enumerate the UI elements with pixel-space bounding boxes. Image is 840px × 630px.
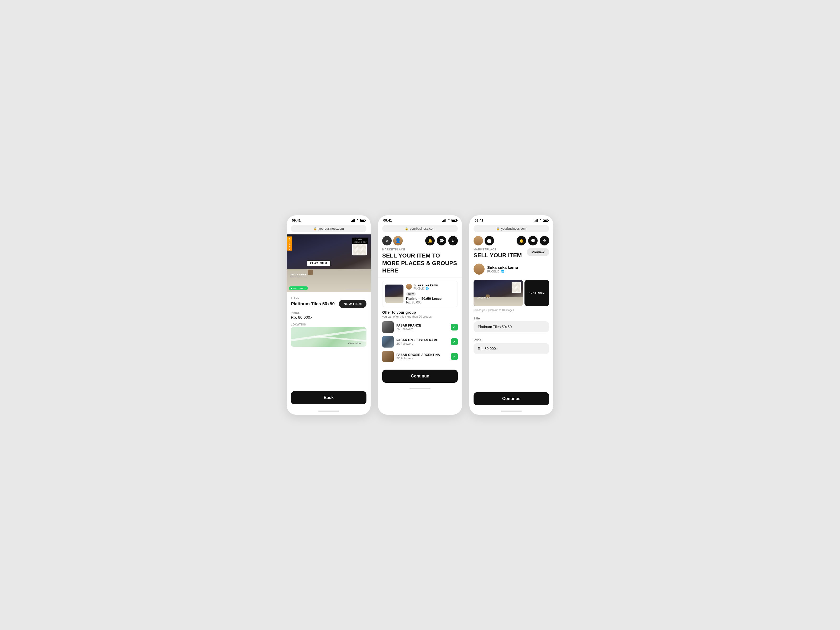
bell-icon-2: 🔔: [428, 238, 432, 243]
sukasuka-badge: SUKASUKA: [287, 237, 292, 251]
status-icons-1: ⌃: [351, 219, 365, 222]
sell-header-row: MARKETPLACE SELL YOUR ITEM Preview: [469, 248, 553, 261]
chat-button-2[interactable]: 💬: [437, 236, 446, 245]
nav-left-2: ✕ 👤: [382, 236, 403, 245]
group-name-0: PASAR FRANCE: [396, 324, 421, 327]
product-logo-image[interactable]: PLATINUM: [524, 280, 549, 306]
product-thumb-2: [385, 284, 403, 303]
form-title-label: Title: [474, 316, 549, 320]
group-thumb-france: [382, 321, 394, 333]
brand-logo-img: PLATINUM: [529, 292, 545, 294]
screen-3: 09:41 ⌃ 🔒 yourbusiness.com: [469, 215, 553, 415]
offer-subtitle: you can offer this more than 20 groups: [382, 315, 458, 318]
gear-icon-3: ⚙: [543, 238, 546, 243]
marketplace-title-2: SELL YOUR ITEM TO MORE PLACES & GROUPS H…: [382, 252, 458, 275]
group-item-1[interactable]: PASAR UZBEKISTAN RAME 2K Followers ✓: [382, 336, 458, 347]
product-title: Platinum Tiles 50x50: [291, 302, 335, 306]
card-product-title: Platinum 50x50 Lecce: [406, 297, 455, 300]
contact-badge: ● 0810000111000: [289, 286, 308, 290]
check-badge-2[interactable]: ✓: [451, 353, 458, 360]
status-icons-3: ⌃: [534, 219, 548, 222]
settings-button-2[interactable]: ⚙: [448, 236, 458, 245]
price-label: PRICE: [291, 312, 366, 314]
seller-meta-card: PUCBLIC 🌐: [414, 287, 438, 290]
notification-button-2[interactable]: 🔔: [425, 236, 435, 245]
user-avatar-2[interactable]: 👤: [393, 236, 403, 245]
bell-icon-3: 🔔: [519, 238, 524, 243]
battery-icon-2: [452, 219, 457, 222]
images-grid: LECCE GREY PLATINUM: [474, 280, 549, 306]
avatar-group-3: ⬤: [474, 236, 494, 245]
camera-icon-3: ⬤: [487, 238, 492, 243]
time-2: 09:41: [383, 218, 392, 222]
chat-button-3[interactable]: 💬: [528, 236, 538, 245]
group-thumb-uzbekistan: [382, 336, 394, 347]
form-price-label: Price: [474, 338, 549, 342]
form-title-input[interactable]: Platinum Tiles 50x50: [474, 321, 549, 332]
tile-card-size: 50X50 LECCE GREY: [354, 241, 366, 243]
gear-icon-2: ⚙: [452, 238, 455, 243]
screens-container: 09:41 ⌃ 🔒 yourbusiness.com: [287, 215, 553, 415]
check-icon-0: ✓: [453, 325, 456, 329]
scroll-indicator-1: [318, 411, 339, 412]
back-button[interactable]: Back: [291, 391, 366, 404]
battery-icon-3: [543, 219, 548, 222]
browser-bar-2[interactable]: 🔒 yourbusiness.com: [382, 225, 458, 232]
screen-1: 09:41 ⌃ 🔒 yourbusiness.com: [287, 215, 371, 415]
tile-card: PLATINUM 50X50 LECCE GREY: [352, 238, 368, 244]
user-avatar-3[interactable]: [474, 236, 483, 245]
time-3: 09:41: [475, 218, 483, 222]
wifi-icon-3: ⌃: [539, 219, 542, 222]
signal-icon-3: [534, 219, 538, 222]
check-icon-2: ✓: [453, 354, 456, 358]
wifi-icon-2: ⌃: [448, 219, 450, 222]
new-badge: NEW: [406, 292, 416, 296]
seller-name-card: Suka suka kamu: [414, 284, 438, 287]
close-icon: ✕: [385, 238, 389, 243]
close-button-2[interactable]: ✕: [382, 236, 392, 245]
group-followers-1: 2K Followers: [396, 342, 438, 345]
sell-label-3: MARKETPLACE: [474, 248, 522, 251]
lock-icon-2: 🔒: [405, 227, 409, 231]
upload-hint: upload your photo up to 10 images: [474, 309, 549, 312]
settings-button-3[interactable]: ⚙: [540, 236, 549, 245]
browser-bar-3[interactable]: 🔒 yourbusiness.com: [474, 225, 549, 232]
wifi-icon-1: ⌃: [356, 219, 359, 222]
nav-right-3: 🔔 💬 ⚙: [516, 236, 549, 245]
form-price-input[interactable]: Rp. 80.000,-: [474, 343, 549, 354]
nav-bar-2: ✕ 👤 🔔 💬 ⚙: [378, 234, 462, 248]
new-item-button[interactable]: NEW ITEM: [339, 300, 366, 308]
continue-button-3[interactable]: Continue: [474, 392, 549, 405]
seller-row: Suka suka kamu PUCBLIC 🌐: [406, 284, 455, 290]
url-3: yourbusiness.com: [501, 227, 527, 231]
chat-icon-3: 💬: [531, 238, 535, 243]
group-item-0[interactable]: PASAR FRANCE 2K Followers ✓: [382, 321, 458, 333]
seller-big-meta-3: PUCBLIC 🌐: [487, 270, 518, 273]
camera-button-3[interactable]: ⬤: [485, 236, 494, 245]
status-bar-3: 09:41 ⌃: [469, 215, 553, 224]
map-location-label: Clove Lakes: [348, 342, 361, 345]
preview-button[interactable]: Preview: [527, 248, 549, 256]
url-2: yourbusiness.com: [410, 227, 435, 231]
scroll-indicator-3: [501, 411, 522, 412]
lock-icon-1: 🔒: [313, 227, 317, 231]
url-1: yourbusiness.com: [318, 227, 344, 231]
signal-icon-1: [351, 219, 355, 222]
tile-name-label: LECCE GREY 50X50 RECTIFIED: [290, 273, 307, 278]
check-badge-0[interactable]: ✓: [451, 324, 458, 330]
browser-bar-1[interactable]: 🔒 yourbusiness.com: [291, 225, 366, 232]
product-image: PLATINUM 50X50 LECCE GREY PLATINUM SUKAS…: [287, 234, 371, 292]
location-label: LOCATION: [291, 323, 366, 326]
product-card-2: Suka suka kamu PUCBLIC 🌐 NEW Platinum 50…: [382, 281, 458, 307]
notification-button-3[interactable]: 🔔: [516, 236, 526, 245]
check-badge-1[interactable]: ✓: [451, 338, 458, 345]
battery-icon-1: [360, 219, 365, 222]
offer-title: Offer to your group: [382, 310, 458, 314]
title-label: TITLE: [291, 296, 366, 299]
map-preview: Clove Lakes: [291, 327, 366, 347]
continue-button-2[interactable]: Continue: [382, 369, 458, 383]
scroll-indicator-2: [409, 388, 431, 389]
product-main-image[interactable]: LECCE GREY: [474, 280, 523, 306]
group-item-2[interactable]: PASAR GROSIR ARGENTINA 2K Followers ✓: [382, 351, 458, 362]
sell-title-3: SELL YOUR ITEM: [474, 252, 522, 259]
